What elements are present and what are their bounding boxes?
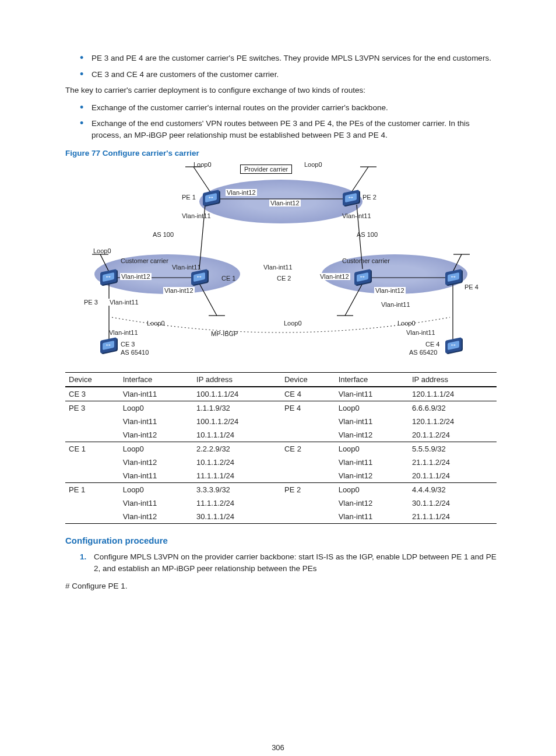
table-cell: 20.1.1.1/24 [409,469,497,483]
ce3-label: CE 3 [121,341,135,348]
th-interface: Interface [335,373,409,387]
table-cell: Loop0 [335,483,409,497]
th-device: Device [281,373,335,387]
th-ip: IP address [409,373,497,387]
table-cell: 10.1.1.2/24 [193,456,281,469]
table-cell: Vlan-int12 [119,510,193,524]
ce2-label: CE 2 [277,275,291,282]
table-row: CE 1Loop02.2.2.9/32CE 2Loop05.5.5.9/32 [65,442,497,456]
vlan12-label: Vlan-int12 [163,287,195,294]
table-cell: Vlan-int12 [335,496,409,510]
table-cell: 5.5.5.9/32 [409,442,497,456]
provider-carrier-label: Provider carrier [240,164,292,174]
svg-line-1 [193,167,211,193]
table-cell: Loop0 [119,483,193,497]
table-cell: CE 4 [281,387,335,401]
table-cell: Vlan-int11 [335,510,409,524]
pe2-label: PE 2 [363,194,376,201]
table-cell: Loop0 [119,442,193,456]
pe4-label: PE 4 [464,284,478,290]
pe3-label: PE 3 [84,299,98,306]
svg-line-15 [345,284,363,316]
page-number: 306 [54,743,502,752]
bullet-item: Exchange of the end customers' VPN route… [80,118,497,141]
para-key: The key to carrier's carrier deployment … [65,85,497,96]
table-cell [65,510,119,524]
vlan11-label: Vlan-int11 [380,301,411,308]
th-device: Device [65,373,119,387]
table-cell: CE 1 [65,442,119,456]
table-cell [65,456,119,469]
bullets-routes: Exchange of the customer carrier's inter… [65,102,497,141]
table-cell: CE 2 [281,442,335,456]
step-1: Configure MPLS L3VPN on the provider car… [80,551,497,574]
vlan12-label: Vlan-int12 [120,273,152,280]
table-cell [281,415,335,428]
as65420-label: AS 65420 [409,349,437,356]
bullet-item: Exchange of the customer carrier's inter… [80,102,497,114]
table-cell [65,496,119,510]
table-cell: 6.6.6.9/32 [409,401,497,415]
table-cell: PE 4 [281,401,335,415]
vlan11-label: Vlan-int11 [182,212,211,219]
loop0-label: Loop0 [147,320,165,327]
table-cell: 2.2.2.9/32 [193,442,281,456]
config-pe1: # Configure PE 1. [65,580,497,592]
th-interface: Interface [119,373,193,387]
address-table: Device Interface IP address Device Inter… [65,372,497,524]
table-cell: Vlan-int12 [119,456,193,469]
vlan11-label: Vlan-int11 [406,329,435,336]
table-cell: Vlan-int11 [119,469,193,483]
table-cell: Vlan-int11 [335,415,409,428]
bullets-top: PE 3 and PE 4 are the customer carrier's… [65,52,497,80]
table-cell: 120.1.1.2/24 [409,415,497,428]
table-cell: Vlan-int12 [119,428,193,442]
svg-line-8 [100,254,109,272]
vlan11-label: Vlan-int11 [109,329,138,336]
loop0-label: Loop0 [284,320,302,327]
table-cell: Vlan-int11 [119,496,193,510]
svg-line-10 [199,284,217,316]
table-cell: Vlan-int11 [335,456,409,469]
bullet-item: CE 3 and CE 4 are customers of the custo… [80,69,497,80]
table-cell [65,469,119,483]
table-cell: PE 3 [65,401,119,415]
table-cell: 1.1.1.9/32 [193,401,281,415]
loop0-label: Loop0 [193,161,212,168]
table-cell [281,496,335,510]
section-heading: Configuration procedure [65,536,497,545]
vlan12-label: Vlan-int12 [226,189,257,196]
steps-list: Configure MPLS L3VPN on the provider car… [65,551,497,574]
network-diagram: Loop0 Loop0 Provider carrier PE 1 PE 2 V… [77,161,485,365]
ce1-label: CE 1 [221,275,235,282]
customer-carrier-label: Customer carrier [121,257,168,264]
customer-carrier-label: Customer carrier [342,257,390,264]
table-cell: Vlan-int12 [335,428,409,442]
table-row: PE 1Loop03.3.3.9/32PE 2Loop04.4.4.9/32 [65,483,497,497]
vlan11-label: Vlan-int11 [263,264,293,271]
table-cell: Vlan-int11 [119,387,193,401]
bullet-item: PE 3 and PE 4 are the customer carrier's… [80,52,497,64]
vlan12-label: Vlan-int12 [269,200,301,206]
table-row: Vlan-int1230.1.1.1/24Vlan-int1121.1.1.1/… [65,510,497,524]
table-cell: PE 2 [281,483,335,497]
vlan11-label: Vlan-int11 [172,264,201,271]
table-row: Vlan-int1210.1.1.1/24Vlan-int1220.1.1.2/… [65,428,497,442]
table-cell: 3.3.3.9/32 [193,483,281,497]
table-cell: Loop0 [335,401,409,415]
table-cell: 21.1.1.1/24 [409,510,497,524]
table-cell: 20.1.1.2/24 [409,428,497,442]
table-cell [281,456,335,469]
table-cell: Loop0 [119,401,193,415]
table-row: CE 3Vlan-int11100.1.1.1/24CE 4Vlan-int11… [65,387,497,401]
loop0-label: Loop0 [93,247,111,254]
table-cell: 100.1.1.1/24 [193,387,281,401]
table-cell: Loop0 [335,442,409,456]
table-header-row: Device Interface IP address Device Inter… [65,373,497,387]
table-cell: 30.1.1.1/24 [193,510,281,524]
table-cell [65,428,119,442]
mp-ibgp-label: MP-IBGP [211,330,238,337]
table-cell: Vlan-int12 [335,469,409,483]
table-row: Vlan-int1210.1.1.2/24Vlan-int1121.1.1.2/… [65,456,497,469]
loop0-label: Loop0 [304,161,322,168]
